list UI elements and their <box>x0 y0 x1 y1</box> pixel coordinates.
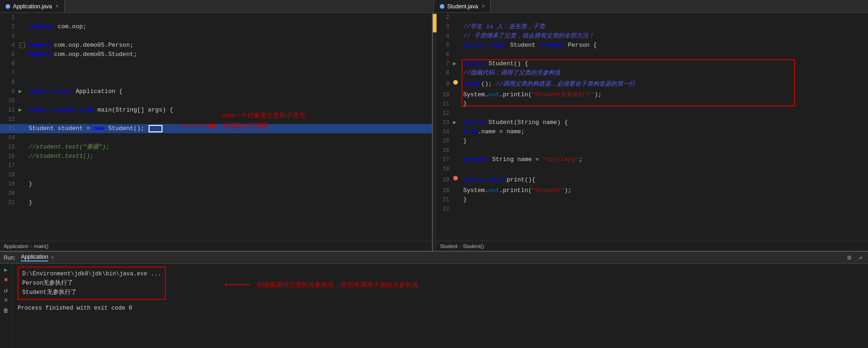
output-line-exit: Process finished with exit code 0 <box>18 304 862 313</box>
breadcrumb-sep-right: › <box>459 243 461 249</box>
tab-label-left: Application.java <box>13 3 52 10</box>
external-link-icon[interactable]: ↗ <box>857 254 864 261</box>
gutter-run3[interactable]: ▶ <box>453 61 456 67</box>
table-row: 14 this.name = name; <box>437 127 868 137</box>
close-icon-right[interactable]: × <box>482 4 485 9</box>
run-output: D:\Environment\jdk8\jdk\bin\java.exe ...… <box>12 264 868 348</box>
table-row: 9 ▶ public class Application { <box>0 87 432 96</box>
arrow-svg-output <box>225 278 253 292</box>
gutter-breakpoint <box>453 176 458 180</box>
left-breadcrumb: Application › main() <box>0 241 432 251</box>
breadcrumb-sep-left: › <box>31 243 32 249</box>
table-row: 2 <box>437 13 868 22</box>
gutter-run2[interactable]: ▶ <box>19 107 22 113</box>
table-row: 13 Student student = new Student(); <box>0 124 432 133</box>
scroll-thumb <box>433 14 437 32</box>
table-row: 10 <box>0 96 432 106</box>
left-code-area[interactable]: 1 2 package com.oop; <box>0 13 432 241</box>
output-line-2: Student无参执行了 <box>22 288 161 297</box>
editors-section: Application.java × Student.java × <box>0 0 868 251</box>
table-row: 14 <box>0 133 432 143</box>
tab-label-right: Student.java <box>447 3 478 10</box>
bottom-panel: Run: Application × ⚙ ↗ ▶ ■ ↺ ≡ 🗑 <box>0 251 868 348</box>
right-editor-pane: 2 3 //学生 is 人：派生类，子类 <box>437 13 868 251</box>
table-row: 16 <box>437 146 868 155</box>
table-row: 21 } <box>0 198 432 207</box>
run-stop-btn[interactable]: ■ <box>2 276 10 284</box>
table-row: 17 private String name = "qinjiang"; <box>437 155 868 164</box>
table-row: 11 ▶ public static void main(String[] ar… <box>0 106 432 115</box>
breadcrumb-class-left: Application <box>4 243 29 249</box>
tab-application-run[interactable]: Application × <box>17 252 57 263</box>
breadcrumb-method-left: main() <box>34 243 49 249</box>
table-row: 21 } <box>437 195 868 205</box>
close-icon-left[interactable]: × <box>56 4 59 9</box>
table-row: 1 <box>0 13 432 22</box>
output-annotation: 先隐藏调用父类的无参构造，然后再调用子类的无参构造 <box>225 278 418 292</box>
table-row: 6 <box>437 50 868 59</box>
left-annotation-text: new一个对象看父类和子类无参函数如何调用 <box>222 110 306 130</box>
gutter-warning <box>453 80 458 85</box>
table-row: 9 super(); //调用父类的构造器，必须要在子类构造器的第一行 <box>437 78 868 90</box>
run-tab-bar: Run: Application × ⚙ ↗ <box>0 252 868 264</box>
tab-student-java[interactable]: Student.java × <box>434 0 491 12</box>
tab-icon-right <box>440 4 444 9</box>
table-row: 5 public class Student extends Person { <box>437 41 868 50</box>
table-row: 18 <box>0 170 432 180</box>
table-row: 15 } <box>437 137 868 146</box>
output-box: D:\Environment\jdk8\jdk\bin\java.exe ...… <box>18 267 166 300</box>
output-line-cmd: D:\Environment\jdk8\jdk\bin\java.exe ... <box>22 269 161 279</box>
scroll-indicator <box>433 13 437 251</box>
table-row: 22 <box>437 205 868 214</box>
table-row: 16 //student.test1(); <box>0 152 432 161</box>
output-line-1: Person无参执行了 <box>22 279 161 288</box>
gutter-run4[interactable]: ▶ <box>453 119 456 126</box>
settings-icon[interactable]: ⚙ <box>843 254 855 261</box>
gutter-fold: − <box>19 43 25 48</box>
table-row: 19 } <box>0 180 432 189</box>
table-row: 5 import com.oop.demo05.Student; <box>0 50 432 59</box>
right-breadcrumb: Student › Student() <box>437 241 868 251</box>
tab-icon-left <box>6 4 10 9</box>
tab-application-java[interactable]: Application.java × <box>0 0 65 12</box>
table-row: 4 − import com.oop.demo05.Person; <box>0 41 432 50</box>
table-row: 11 } <box>437 99 868 109</box>
run-play-btn[interactable]: ▶ <box>2 266 10 274</box>
table-row: 3 //学生 is 人：派生类，子类 <box>437 22 868 31</box>
breadcrumb-class-right: Student <box>440 243 458 249</box>
table-row: 13 ▶ public Student(String name) { <box>437 118 868 127</box>
table-row: 17 <box>0 161 432 170</box>
run-tab-application-label: Application <box>21 254 48 261</box>
table-row: 18 <box>437 164 868 174</box>
table-row: 19 public void print(){ <box>437 174 868 186</box>
table-row: 20 System.out.println("Student"); <box>437 186 868 195</box>
table-row: 7 ▶ public Student() { <box>437 59 868 68</box>
table-row: 20 <box>0 189 432 198</box>
left-editor-pane: 1 2 package com.oop; <box>0 13 433 251</box>
table-row: 3 <box>0 31 432 41</box>
run-scroll-btn[interactable]: ≡ <box>2 296 10 304</box>
run-tab-close-icon[interactable]: × <box>51 255 54 261</box>
table-row: 12 <box>0 115 432 124</box>
table-row: 10 System.out.println("Student无参执行了"); <box>437 90 868 99</box>
table-row: 15 //student.test("秦疆"); <box>0 143 432 152</box>
table-row: 6 <box>0 59 432 68</box>
run-label: Run: <box>4 255 15 261</box>
run-rerun-btn[interactable]: ↺ <box>2 286 10 294</box>
table-row: 4 // 子类继承了父类，就会拥有父类的全部方法！ <box>437 31 868 41</box>
table-row: 2 package com.oop; <box>0 22 432 31</box>
right-code-area[interactable]: 2 3 //学生 is 人：派生类，子类 <box>437 13 868 241</box>
breadcrumb-method-right: Student() <box>463 243 484 249</box>
gutter-run[interactable]: ▶ <box>19 88 22 95</box>
table-row: 7 <box>0 68 432 78</box>
table-row: 8 <box>0 78 432 87</box>
run-sidebar: ▶ ■ ↺ ≡ 🗑 <box>0 264 12 348</box>
run-trash-btn[interactable]: 🗑 <box>2 306 10 315</box>
output-annotation-text: 先隐藏调用父类的无参构造，然后再调用子类的无参构造 <box>256 280 418 289</box>
table-row: 12 <box>437 109 868 118</box>
table-row: 8 //隐藏代码：调用了父类的无参构造 <box>437 68 868 78</box>
run-content: ▶ ■ ↺ ≡ 🗑 D:\Environment\jdk8\jdk\bin\ja… <box>0 264 868 348</box>
